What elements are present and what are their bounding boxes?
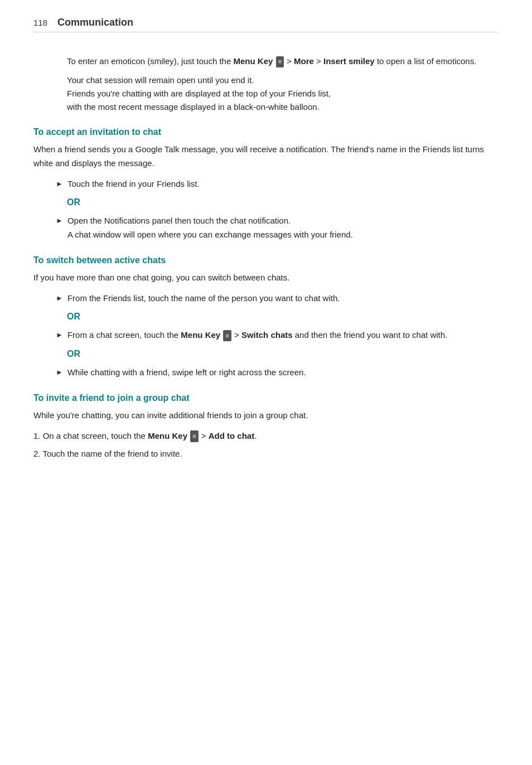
section-accept-invitation: To accept an invitation to chat When a f… — [33, 127, 499, 242]
section1-bullet1: ► Touch the friend in your Friends list. — [56, 177, 499, 191]
menu-key-icon1: ≡ — [276, 56, 284, 67]
intro-more-label: More — [294, 56, 314, 66]
bullet-arrow-icon2: ► — [56, 215, 63, 226]
page: 118 Communication To enter an emoticon (… — [0, 0, 532, 765]
s2-menu-key-label: Menu Key — [181, 330, 220, 340]
intro-p1-after: to open a list of emoticons. — [375, 56, 477, 66]
s2-b2-before: From a chat screen, touch the — [67, 330, 181, 340]
section2-bullet1-text: From the Friends list, touch the name of… — [67, 292, 499, 306]
section2-bullet2-text: From a chat screen, touch the Menu Key ≡… — [67, 328, 499, 342]
section1-bullet2-text: Open the Notifications panel then touch … — [67, 214, 499, 242]
s3-add-to-chat: Add to chat — [209, 431, 255, 440]
item1-number: 1. — [33, 431, 43, 440]
page-number: 118 — [33, 18, 47, 27]
bullet-arrow-icon3: ► — [56, 292, 63, 304]
section-invite-friend: To invite a friend to join a group chat … — [33, 393, 499, 461]
intro-menu-key-label: Menu Key — [233, 56, 273, 66]
section1-bullet2: ► Open the Notifications panel then touc… — [56, 214, 499, 242]
bullet-arrow-icon4: ► — [56, 329, 63, 341]
s2-menu-key-icon: ≡ — [223, 330, 231, 341]
intro-p2-l1: Your chat session will remain open until… — [67, 75, 254, 85]
section1-bullet1-text: Touch the friend in your Friends list. — [67, 177, 499, 191]
section1-b2-l2: A chat window will open where you can ex… — [67, 230, 353, 239]
chapter-title: Communication — [57, 17, 133, 28]
intro-p2-l2: Friends you're chatting with are display… — [67, 89, 331, 98]
section1-or1: OR — [67, 197, 499, 207]
bullet-arrow-icon: ► — [56, 178, 63, 190]
page-header: 118 Communication — [33, 17, 499, 32]
section3-heading: To invite a friend to join a group chat — [33, 393, 499, 403]
section2-bullet3: ► While chatting with a friend, swipe le… — [56, 366, 499, 380]
section-switch-chats: To switch between active chats If you ha… — [33, 255, 499, 380]
section1-b2-l1: Open the Notifications panel then touch … — [67, 216, 291, 225]
item2-number: 2. — [33, 449, 42, 458]
s3-i1-before: On a chat screen, touch the — [43, 431, 148, 440]
section3-item1: 1. On a chat screen, touch the Menu Key … — [33, 429, 499, 443]
s3-i1-after: . — [254, 431, 257, 440]
s3-menu-key-icon: ≡ — [190, 430, 198, 442]
s3-i2-text: Touch the name of the friend to invite. — [42, 449, 182, 458]
section2-or2: OR — [67, 349, 499, 359]
section1-body: When a friend sends you a Google Talk me… — [33, 143, 499, 171]
intro-p1-before: To enter an emoticon (smiley), just touc… — [67, 56, 233, 66]
intro-p2-l3: with the most recent message displayed i… — [67, 102, 320, 112]
section2-heading: To switch between active chats — [33, 255, 499, 265]
s2-b2-after: and then the friend you want to chat wit… — [293, 330, 448, 340]
intro-paragraph1: To enter an emoticon (smiley), just touc… — [67, 55, 499, 68]
intro-insert-smiley: Insert smiley — [323, 56, 375, 66]
section2-bullet3-text: While chatting with a friend, swipe left… — [67, 366, 499, 380]
s3-menu-key-label: Menu Key — [148, 431, 187, 440]
content: To enter an emoticon (smiley), just touc… — [33, 49, 499, 461]
section2-bullet2: ► From a chat screen, touch the Menu Key… — [56, 328, 499, 342]
s2-switch-chats: Switch chats — [241, 330, 293, 340]
section2-or1: OR — [67, 312, 499, 322]
intro-block: To enter an emoticon (smiley), just touc… — [67, 55, 499, 114]
section3-item2: 2. Touch the name of the friend to invit… — [33, 447, 499, 461]
section2-body: If you have more than one chat going, yo… — [33, 271, 499, 285]
section3-body: While you're chatting, you can invite ad… — [33, 409, 499, 423]
section1-heading: To accept an invitation to chat — [33, 127, 499, 137]
bullet-arrow-icon5: ► — [56, 366, 63, 378]
section2-bullet1: ► From the Friends list, touch the name … — [56, 292, 499, 306]
intro-paragraph2: Your chat session will remain open until… — [67, 74, 499, 114]
